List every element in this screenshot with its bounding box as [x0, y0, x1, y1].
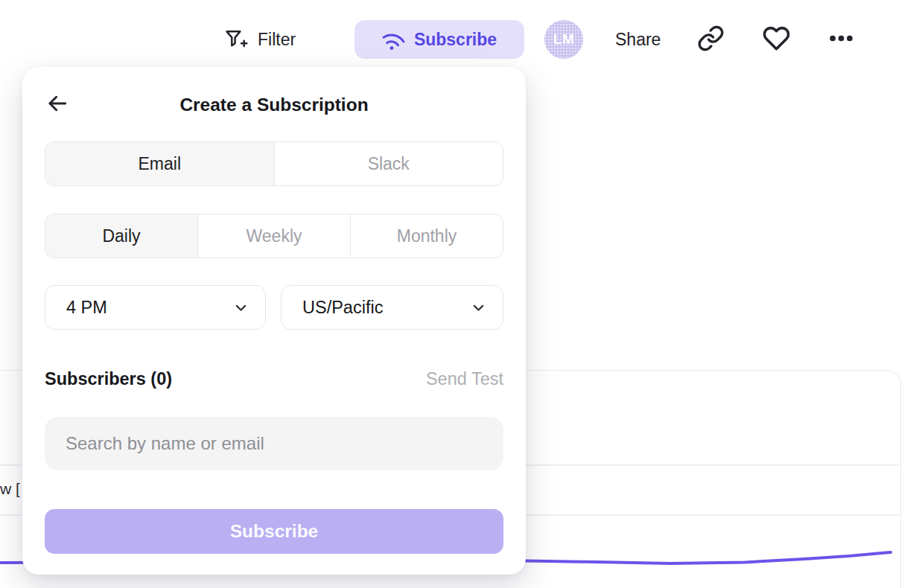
modal-title: Create a Subscription — [22, 95, 526, 115]
subscribe-toolbar-button[interactable]: Subscribe — [354, 20, 524, 59]
subscribers-row: Subscribers (0) Send Test — [45, 366, 503, 392]
chevron-down-icon — [233, 300, 249, 316]
create-subscription-modal: Create a Subscription Email Slack Daily … — [22, 67, 526, 575]
send-test-button[interactable]: Send Test — [426, 369, 503, 389]
favorite-button[interactable] — [763, 25, 790, 52]
tab-daily[interactable]: Daily — [45, 214, 198, 258]
time-select-value: 4 PM — [66, 298, 107, 318]
filter-plus-icon — [224, 28, 248, 51]
timezone-select-value: US/Pacific — [302, 298, 383, 318]
frequency-segmented-control: Daily Weekly Monthly — [45, 214, 503, 258]
avatar[interactable]: LM — [544, 20, 583, 59]
rss-icon — [378, 24, 408, 54]
more-menu-button[interactable] — [827, 25, 855, 52]
avatar-initials: LM — [553, 31, 574, 48]
share-label: Share — [615, 30, 661, 50]
filter-label: Filter — [258, 30, 296, 50]
ellipsis-icon — [827, 25, 855, 52]
tab-monthly[interactable]: Monthly — [351, 214, 503, 258]
link-icon — [697, 25, 725, 52]
copy-link-button[interactable] — [697, 25, 725, 52]
filter-button[interactable]: Filter — [224, 20, 296, 59]
tab-email[interactable]: Email — [45, 142, 275, 185]
subscribe-submit-button[interactable]: Subscribe — [45, 509, 503, 554]
tab-slack[interactable]: Slack — [275, 142, 503, 185]
tab-weekly[interactable]: Weekly — [198, 214, 351, 258]
subscribers-count-label: Subscribers (0) — [45, 369, 172, 389]
share-button[interactable]: Share — [615, 20, 661, 59]
timezone-select[interactable]: US/Pacific — [281, 285, 503, 330]
clipped-legend-text: w [ — [0, 480, 20, 498]
page: w [ Filter Subscribe LM Share — [0, 0, 919, 588]
chevron-down-icon — [471, 300, 486, 316]
channel-segmented-control: Email Slack — [45, 141, 503, 186]
time-select[interactable]: 4 PM — [45, 285, 266, 330]
heart-icon — [763, 25, 790, 52]
subscriber-search-input[interactable] — [45, 417, 503, 470]
subscribe-toolbar-label: Subscribe — [414, 30, 497, 50]
